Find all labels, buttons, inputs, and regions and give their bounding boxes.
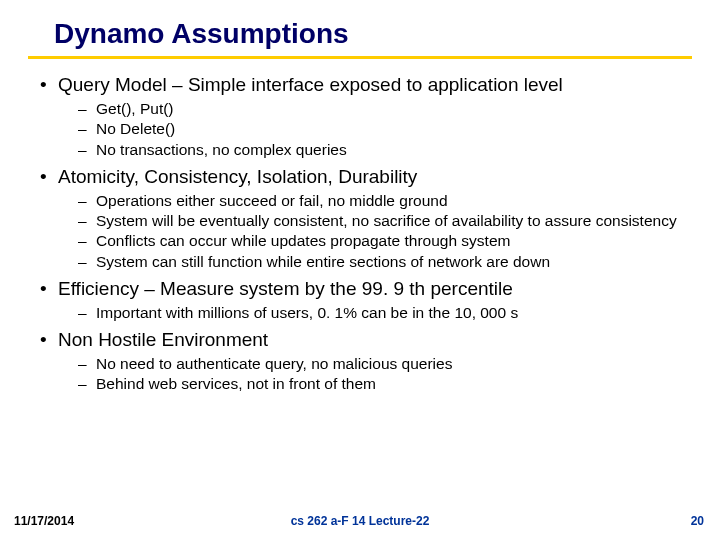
sub-item: No need to authenticate query, no malici… — [78, 354, 692, 373]
bullet-text: Atomicity, Consistency, Isolation, Durab… — [58, 166, 417, 187]
sub-item: No Delete() — [78, 119, 692, 138]
sub-item: No transactions, no complex queries — [78, 140, 692, 159]
sub-item: Conflicts can occur while updates propag… — [78, 231, 692, 250]
sub-item: Operations either succeed or fail, no mi… — [78, 191, 692, 210]
sub-item: Behind web services, not in front of the… — [78, 374, 692, 393]
bullet-list: Query Model – Simple interface exposed t… — [38, 73, 692, 394]
bullet-item: Atomicity, Consistency, Isolation, Durab… — [38, 165, 692, 271]
bullet-text: Non Hostile Environment — [58, 329, 268, 350]
bullet-text: Efficiency – Measure system by the 99. 9… — [58, 278, 513, 299]
sub-list: No need to authenticate query, no malici… — [58, 354, 692, 394]
sub-list: Operations either succeed or fail, no mi… — [58, 191, 692, 272]
title-underline — [28, 56, 692, 59]
footer-date: 11/17/2014 — [0, 514, 74, 528]
sub-list: Get(), Put() No Delete() No transactions… — [58, 99, 692, 159]
slide: Dynamo Assumptions Query Model – Simple … — [0, 0, 720, 540]
slide-content: Query Model – Simple interface exposed t… — [28, 73, 692, 394]
sub-item: Get(), Put() — [78, 99, 692, 118]
sub-item: System can still function while entire s… — [78, 252, 692, 271]
footer-page: 20 — [691, 514, 704, 528]
bullet-item: Efficiency – Measure system by the 99. 9… — [38, 277, 692, 322]
bullet-text: Query Model – Simple interface exposed t… — [58, 74, 563, 95]
bullet-item: Non Hostile Environment No need to authe… — [38, 328, 692, 394]
sub-item: Important with millions of users, 0. 1% … — [78, 303, 692, 322]
bullet-item: Query Model – Simple interface exposed t… — [38, 73, 692, 159]
sub-list: Important with millions of users, 0. 1% … — [58, 303, 692, 322]
sub-item: System will be eventually consistent, no… — [78, 211, 692, 230]
slide-footer: 11/17/2014 cs 262 a-F 14 Lecture-22 20 — [0, 514, 720, 528]
footer-center: cs 262 a-F 14 Lecture-22 — [291, 514, 430, 528]
slide-title: Dynamo Assumptions — [28, 18, 692, 56]
